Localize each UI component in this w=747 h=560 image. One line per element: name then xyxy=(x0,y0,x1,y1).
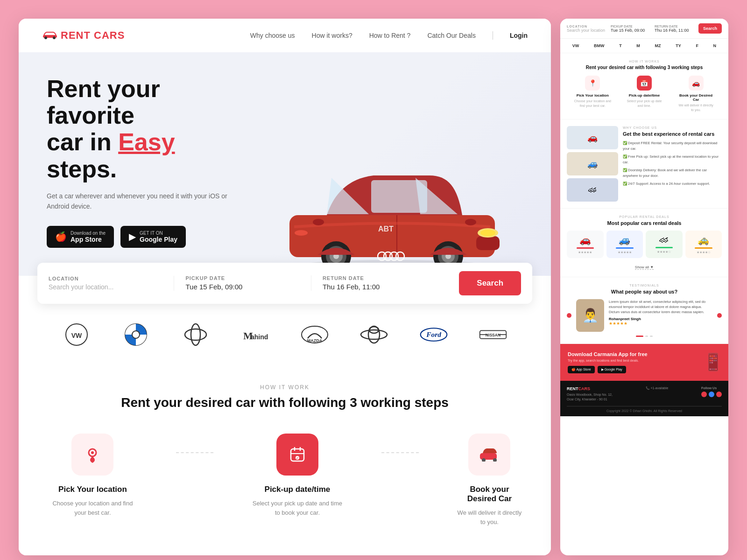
location-field: LOCATION Search your location... xyxy=(49,276,174,291)
footer-social-2[interactable] xyxy=(709,392,714,397)
footer-social-3[interactable] xyxy=(716,392,722,397)
step-3-title: Book your Desired Car xyxy=(456,485,523,504)
location-label: LOCATION xyxy=(49,276,162,281)
svg-point-38 xyxy=(361,330,387,339)
steps-container: Pick Your location Choose your location … xyxy=(47,434,523,528)
step-3-desc: We will deliver it directly to you. xyxy=(456,508,523,528)
svg-point-2 xyxy=(53,36,56,39)
mini-why-choose: 🚗 🚙 🏎 WHY CHOOSE US Get the best experie… xyxy=(560,119,728,209)
hero-car-image: ABT xyxy=(271,136,523,276)
brand-mazda[interactable]: MAZDA xyxy=(301,321,329,349)
google-play-name: Google Play xyxy=(140,236,177,243)
apple-icon: 🍎 xyxy=(55,231,67,242)
step-3: Book your Desired Car We will deliver it… xyxy=(456,434,523,528)
svg-point-9 xyxy=(480,230,495,236)
hero-title: Rent your favorite car in Easy steps. xyxy=(47,76,243,182)
svg-text:ABT: ABT xyxy=(378,225,394,233)
step-1-icon xyxy=(71,434,113,476)
step-connector-2 xyxy=(381,434,419,453)
pickup-label: PICKUP DATE xyxy=(185,275,299,281)
svg-text:MAZDA: MAZDA xyxy=(307,338,323,343)
nav-catch-deals[interactable]: Catch Our Deals xyxy=(427,32,475,39)
return-value[interactable]: Thu 16 Feb, 11:00 xyxy=(323,283,437,291)
pickup-value[interactable]: Tue 15 Feb, 09:00 xyxy=(185,283,299,291)
nav-why-choose-us[interactable]: Why choose us xyxy=(250,32,295,39)
mini-popular-deals: POPULAR RENTAL DEALS Most popular cars r… xyxy=(560,209,728,277)
search-bar: LOCATION Search your location... PICKUP … xyxy=(37,263,532,304)
app-store-label: Download on the xyxy=(70,231,106,236)
show-more-btn[interactable]: Show all ▼ xyxy=(635,265,654,270)
svg-text:Ford: Ford xyxy=(426,330,441,338)
mini-preview-panel: LOCATION Search your location PICKUP DAT… xyxy=(560,19,728,555)
testimonial-next[interactable] xyxy=(717,313,722,318)
brand-mahindra[interactable]: Mahindra xyxy=(241,321,269,349)
nav-links: Why choose us How it works? How to Rent … xyxy=(250,31,528,40)
step-2-icon: ✓ xyxy=(276,434,318,476)
google-play-label: GET IT ON xyxy=(140,231,177,236)
nav-divider xyxy=(493,31,493,40)
brand-bmw[interactable] xyxy=(122,321,150,349)
svg-text:✓: ✓ xyxy=(296,456,299,460)
car-icon xyxy=(42,29,58,42)
step-1-desc: Choose your location and find your best … xyxy=(47,499,139,518)
step-2-desc: Select your pick up date and time to boo… xyxy=(251,499,344,518)
search-button[interactable]: Search xyxy=(459,271,521,295)
step-2: ✓ Pick-up date/time Select your pick up … xyxy=(251,434,344,518)
logo[interactable]: RENT CARS xyxy=(42,29,125,42)
pickup-field: PICKUP DATE Tue 15 Feb, 09:00 xyxy=(174,275,311,291)
step-3-icon xyxy=(468,434,510,476)
mini-search-btn[interactable]: Search xyxy=(698,23,722,34)
main-panel: RENT CARS Why choose us How it works? Ho… xyxy=(19,19,551,555)
svg-text:VW: VW xyxy=(71,332,82,339)
mini-app-store-btn[interactable]: 🍎 App Store xyxy=(568,366,595,373)
logo-text: RENT CARS xyxy=(61,29,125,42)
app-buttons: 🍎 Download on the App Store ▶ GET IT ON … xyxy=(47,226,243,248)
svg-point-30 xyxy=(132,331,140,338)
app-store-name: App Store xyxy=(70,236,106,243)
how-it-works-section: HOW IT WORK Rent your desired car with f… xyxy=(19,365,551,556)
svg-rect-7 xyxy=(476,236,500,250)
nav-login[interactable]: Login xyxy=(510,32,528,39)
brand-toyota[interactable] xyxy=(360,321,388,349)
brand-nissan[interactable]: NISSAN xyxy=(479,321,507,349)
svg-point-47 xyxy=(91,451,94,454)
svg-point-25 xyxy=(465,219,476,225)
nav-how-it-works[interactable]: How it works? xyxy=(312,32,352,39)
svg-point-11 xyxy=(295,230,308,236)
brand-ford[interactable]: Ford xyxy=(420,321,448,349)
brand-volkswagen[interactable]: VW xyxy=(63,321,91,349)
svg-point-31 xyxy=(185,329,206,340)
mini-app-cta: Download Carmania App for free Try the a… xyxy=(560,344,728,381)
svg-point-26 xyxy=(313,219,324,225)
svg-text:ahindra: ahindra xyxy=(251,333,268,341)
step-1-title: Pick Your location xyxy=(58,485,127,494)
mini-testimonial: TESTIMONIALS What people say about us? 👨… xyxy=(560,277,728,344)
return-field: RETURN DATE Thu 16 Feb, 11:00 xyxy=(311,275,448,291)
step-1: Pick Your location Choose your location … xyxy=(47,434,139,518)
step-2-title: Pick-up date/time xyxy=(265,485,331,494)
location-value[interactable]: Search your location... xyxy=(49,283,162,291)
hero-subtitle: Get a car wherever and whenever you need… xyxy=(47,191,243,212)
brand-tata[interactable] xyxy=(182,321,210,349)
app-store-button[interactable]: 🍎 Download on the App Store xyxy=(47,226,114,248)
navbar: RENT CARS Why choose us How it works? Ho… xyxy=(19,19,551,52)
brand-logos: VW Mahindra MAZDA Ford xyxy=(19,304,551,365)
testimonial-prev[interactable] xyxy=(567,313,571,318)
mini-brands: VW BMW T M MZ TY F N xyxy=(560,39,728,53)
svg-rect-5 xyxy=(371,180,427,213)
svg-text:NISSAN: NISSAN xyxy=(486,333,500,337)
nav-how-to-rent[interactable]: How to Rent ? xyxy=(369,32,411,39)
svg-point-32 xyxy=(191,324,200,345)
hero-content: Rent your favorite car in Easy steps. Ge… xyxy=(47,76,243,276)
return-label: RETURN DATE xyxy=(323,275,437,281)
mini-how-it-works: HOW IT WORKS Rent your desired car with … xyxy=(560,53,728,119)
hero-section: Rent your favorite car in Easy steps. Ge… xyxy=(19,52,551,276)
section-title: Rent your desired car with following 3 w… xyxy=(47,395,523,410)
section-tag: HOW IT WORK xyxy=(47,384,523,391)
footer-social-1[interactable] xyxy=(701,392,707,397)
mini-google-play-btn[interactable]: ▶ Google Play xyxy=(598,366,626,373)
google-icon: ▶ xyxy=(129,231,136,242)
mini-footer: RENTCARS Oasis Woodbook, Shop No. 12,Oca… xyxy=(560,381,728,416)
step-connector-1 xyxy=(176,434,213,453)
google-play-button[interactable]: ▶ GET IT ON Google Play xyxy=(120,226,186,248)
